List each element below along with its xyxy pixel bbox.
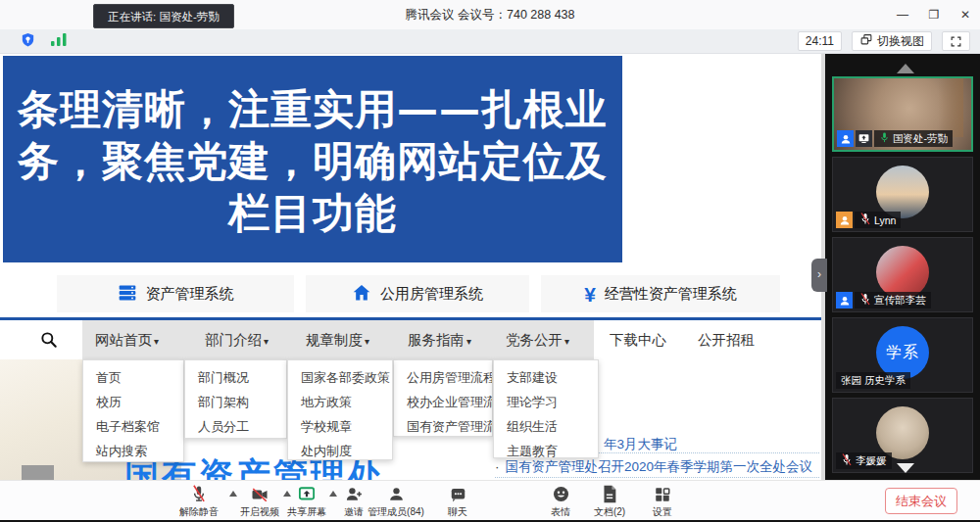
- avatar: [876, 166, 929, 218]
- banner-line: 条理清晰，注重实用——扎根业: [3, 83, 622, 135]
- camera-muted-icon: [250, 484, 270, 503]
- meeting-toolbar: 解除静音 开启视频 共享屏幕 邀请 管理成员(84: [0, 480, 980, 520]
- mic-muted-icon: [841, 453, 853, 468]
- screen-share-badge-icon: [856, 130, 872, 147]
- person-badge-icon: [836, 212, 853, 228]
- menu-item[interactable]: 主题教育: [494, 439, 598, 458]
- menu-item[interactable]: 部门概况: [185, 365, 286, 390]
- meeting-timer: 24:11: [798, 31, 842, 51]
- switch-view-label: 切换视图: [877, 33, 924, 50]
- menu-item[interactable]: 国家各部委政策: [288, 365, 392, 390]
- chat-button[interactable]: 聊天: [426, 484, 489, 519]
- banner-line: 务，聚焦党建，明确网站定位及: [3, 135, 622, 187]
- nav-item-service[interactable]: 服务指南▾: [408, 320, 471, 359]
- collapse-sidebar-handle[interactable]: ›: [811, 259, 827, 292]
- participant-name: 国资处-劳勚: [893, 132, 948, 146]
- quicklink-label: 经营性资产管理系统: [605, 285, 737, 304]
- quicklink-housing-system[interactable]: 公用房管理系统: [306, 275, 529, 312]
- menu-item[interactable]: 站内搜索: [83, 439, 183, 462]
- settings-icon: [654, 484, 671, 503]
- nav-item-home[interactable]: 网站首页▾: [95, 320, 159, 359]
- search-icon[interactable]: [39, 330, 59, 350]
- dropdown-menu-home: 首页 校历 电子档案馆 站内搜索: [82, 359, 184, 462]
- quicklink-asset-system[interactable]: 资产管理系统: [57, 275, 294, 312]
- menu-item[interactable]: 部门架构: [185, 390, 286, 414]
- mic-on-icon: [879, 131, 890, 146]
- menu-item[interactable]: 地方政策: [288, 390, 392, 414]
- end-meeting-button[interactable]: 结束会议: [885, 488, 957, 514]
- participant-tile-laoyi[interactable]: 国资处-劳勚: [832, 76, 973, 152]
- person-badge-icon: [836, 292, 853, 308]
- quicklink-commercial-system[interactable]: ¥ 经营性资产管理系统: [541, 275, 780, 312]
- participant-tile-zhangyuan[interactable]: 学系 张园 历史学系: [832, 317, 973, 393]
- menu-item[interactable]: 电子档案馆: [83, 414, 183, 439]
- home-icon: [352, 283, 371, 306]
- meeting-info-bar: 24:11 切换视图: [0, 29, 980, 54]
- minimize-icon[interactable]: —: [894, 8, 911, 22]
- scroll-down-icon[interactable]: [897, 463, 914, 473]
- news-link[interactable]: 年3月大事记: [604, 436, 677, 453]
- members-icon: [387, 484, 406, 503]
- close-icon[interactable]: ✕: [956, 8, 974, 22]
- participant-tile-liyun[interactable]: 宣传部李芸: [832, 237, 973, 312]
- avatar: 学系: [876, 326, 929, 379]
- settings-button[interactable]: 设置: [631, 484, 694, 519]
- nav-item-rules[interactable]: 规章制度▾: [306, 320, 369, 359]
- slide-banner: 条理清晰，注重实用——扎根业 务，聚焦党建，明确网站定位及 栏目功能: [3, 56, 622, 262]
- menu-item[interactable]: 学校规章: [288, 414, 392, 439]
- unmute-button[interactable]: 解除静音: [168, 484, 230, 519]
- quicklink-label: 公用房管理系统: [380, 285, 483, 304]
- invite-icon: [344, 484, 364, 503]
- nav-item-leasing[interactable]: 公开招租: [698, 320, 755, 359]
- nav-item-department[interactable]: 部门介绍▾: [205, 320, 269, 359]
- participant-tile-liyuanyuan[interactable]: 李媛媛: [832, 398, 973, 473]
- chevron-down-icon: ▾: [564, 336, 569, 347]
- quicklink-label: 资产管理系统: [146, 285, 234, 304]
- nav-item-party[interactable]: 党务公开▾: [506, 320, 569, 359]
- restore-icon[interactable]: ❐: [925, 8, 943, 22]
- site-navbar: 网站首页▾ 部门介绍▾ 规章制度▾ 服务指南▾ 党务公开▾ 下载中心 公开招租: [0, 320, 825, 359]
- menu-item[interactable]: 支部建设: [494, 365, 598, 390]
- mic-muted-icon: [859, 293, 871, 308]
- dropdown-menu-department: 部门概况 部门架构 人员分工: [184, 359, 287, 439]
- menu-item[interactable]: 校办企业管理流程: [394, 390, 492, 414]
- menu-item[interactable]: 公用房管理流程: [394, 365, 492, 390]
- menu-item[interactable]: 人员分工: [185, 414, 286, 439]
- security-shield-icon[interactable]: [20, 31, 36, 53]
- person-badge-icon: [837, 130, 854, 147]
- server-icon: [118, 283, 137, 306]
- scroll-up-icon[interactable]: [897, 64, 914, 73]
- chevron-down-icon: ▾: [264, 336, 269, 347]
- menu-item[interactable]: 校历: [83, 390, 183, 414]
- divider: [495, 477, 819, 478]
- menu-item[interactable]: 首页: [83, 365, 183, 390]
- mic-muted-icon: [859, 213, 871, 227]
- chevron-down-icon: ▾: [466, 336, 471, 347]
- menu-item[interactable]: 处内制度: [288, 439, 392, 460]
- menu-item[interactable]: 组织生活: [494, 414, 598, 439]
- meeting-window: 腾讯会议 会议号：740 288 438 — ❐ ✕ 正在讲话: 国资处-劳勚 …: [0, 0, 980, 522]
- mic-muted-icon: [190, 484, 208, 503]
- banner-line: 栏目功能: [3, 187, 622, 239]
- dropdown-menu-party: 支部建设 理论学习 组织生活 主题教育: [493, 359, 599, 458]
- nav-item-download[interactable]: 下载中心: [610, 320, 666, 359]
- switch-view-button[interactable]: 切换视图: [852, 31, 932, 51]
- news-link[interactable]: ·国有资产管理处召开2020年春季学期第一次全处会议: [495, 458, 812, 476]
- participant-name: 张园 历史学系: [841, 374, 906, 388]
- dropdown-menu-rules: 国家各部委政策 地方政策 学校规章 处内制度: [287, 359, 393, 460]
- switch-view-icon: [859, 33, 873, 49]
- chat-icon: [449, 484, 467, 503]
- manage-members-button[interactable]: 管理成员(84): [362, 484, 430, 519]
- chevron-down-icon: ▾: [365, 336, 369, 347]
- network-signal-icon[interactable]: [50, 32, 68, 51]
- participant-tile-lynn[interactable]: Lynn: [832, 157, 973, 232]
- fullscreen-button[interactable]: [942, 31, 970, 51]
- menu-item[interactable]: 国有资产管理流程: [394, 414, 492, 437]
- emoji-icon: [552, 484, 570, 503]
- shared-screen: 条理清晰，注重实用——扎根业 务，聚焦党建，明确网站定位及 栏目功能 资产管理系…: [0, 54, 825, 480]
- avatar: [876, 406, 929, 459]
- menu-item[interactable]: 理论学习: [494, 390, 598, 414]
- share-screen-icon: [297, 484, 317, 503]
- dropdown-menu-service: 公用房管理流程 校办企业管理流程 国有资产管理流程: [393, 359, 493, 437]
- participant-name: 李媛媛: [856, 454, 887, 468]
